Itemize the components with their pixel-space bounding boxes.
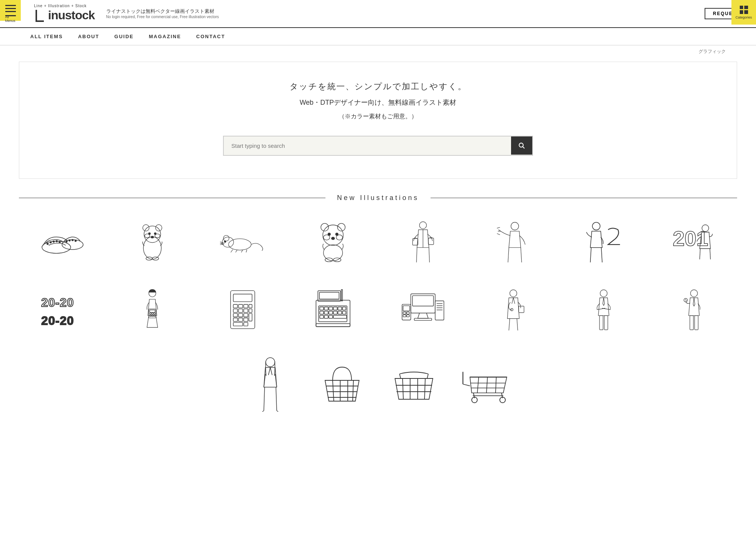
svg-rect-81 (244, 304, 248, 308)
svg-text:201: 201 (672, 226, 708, 250)
svg-line-56 (497, 227, 500, 228)
illustration-person-number2[interactable] (561, 213, 647, 270)
svg-rect-72 (152, 313, 153, 314)
illustration-person-pointing[interactable] (470, 213, 557, 270)
illustrations-row-2: 20-20 20-20 (0, 281, 756, 349)
svg-rect-91 (233, 318, 237, 321)
tagline-japanese: ライナストックは無料ベクター線画イラスト素材 (106, 8, 219, 15)
svg-rect-85 (244, 309, 248, 312)
svg-rect-118 (411, 294, 435, 313)
svg-point-15 (143, 237, 161, 259)
svg-point-46 (336, 235, 342, 240)
svg-line-168 (486, 377, 488, 393)
svg-text:20-20: 20-20 (41, 314, 74, 327)
search-icon (518, 142, 525, 149)
svg-rect-80 (239, 304, 243, 308)
svg-point-23 (155, 234, 160, 237)
svg-rect-145 (694, 315, 698, 330)
illustration-2020-text[interactable]: 20-20 20-20 (19, 281, 105, 338)
nav-guide[interactable]: GUIDE (115, 28, 134, 45)
search-input[interactable] (224, 136, 511, 155)
logo-l-icon (34, 8, 46, 23)
svg-rect-106 (320, 311, 324, 314)
svg-point-8 (56, 240, 57, 242)
hero-title-1: タッチを統一、シンプルで加工しやすく。 (27, 81, 729, 92)
svg-rect-87 (233, 313, 237, 317)
illustration-hamster-standing[interactable] (109, 213, 196, 270)
svg-rect-90 (249, 313, 252, 321)
illustration-sandals[interactable] (19, 213, 105, 270)
svg-line-151 (333, 380, 334, 401)
svg-line-167 (477, 377, 479, 393)
svg-rect-126 (407, 315, 409, 317)
svg-rect-88 (239, 313, 243, 317)
illustration-cash-register[interactable] (290, 281, 376, 338)
svg-rect-101 (324, 307, 328, 310)
svg-point-26 (228, 239, 251, 250)
svg-rect-122 (403, 306, 410, 311)
svg-line-32 (235, 250, 237, 252)
illustrations-row-3 (0, 349, 756, 442)
tagline-english: No login required, Free for commercial u… (106, 15, 219, 19)
illustration-businessman-watch[interactable] (651, 281, 737, 338)
svg-line-149 (262, 411, 264, 412)
svg-rect-134 (519, 306, 524, 312)
svg-point-6 (50, 242, 51, 243)
svg-rect-0 (36, 10, 37, 22)
svg-rect-93 (244, 318, 248, 321)
svg-rect-96 (316, 300, 350, 327)
svg-point-14 (75, 240, 76, 242)
illustration-woman-shopping[interactable] (380, 213, 466, 270)
nav-all-items[interactable]: ALL ITEMS (30, 28, 63, 45)
svg-rect-89 (244, 313, 248, 317)
svg-rect-95 (244, 322, 248, 326)
svg-point-16 (144, 226, 161, 242)
illustration-shopping-basket-handle[interactable] (314, 349, 370, 419)
hamburger-menu-button[interactable]: All Menus (0, 0, 21, 21)
illustration-hamster-front[interactable] (290, 213, 376, 270)
svg-line-60 (590, 247, 591, 262)
header: All Menus Line + Illustration + Stock in… (0, 0, 756, 28)
categories-button[interactable]: Categories (731, 0, 756, 25)
illustration-woman-calculator[interactable] (109, 281, 196, 338)
svg-rect-139 (604, 315, 607, 330)
section-line-right (431, 198, 737, 198)
illustration-calculator-large[interactable] (200, 281, 286, 338)
search-bar (223, 136, 533, 156)
svg-rect-116 (316, 324, 350, 327)
illustration-shopping-basket-wire[interactable] (386, 349, 442, 419)
svg-rect-94 (233, 322, 243, 326)
svg-rect-107 (324, 311, 328, 314)
svg-rect-117 (341, 290, 342, 301)
illustration-shopping-cart[interactable] (457, 349, 514, 419)
hero-title-3: （※カラー素材もご用意。） (27, 113, 729, 121)
search-button[interactable] (511, 136, 532, 155)
illustration-woman-phone-2025[interactable]: 201 (651, 213, 737, 270)
svg-rect-73 (154, 313, 155, 314)
svg-rect-103 (333, 307, 337, 310)
svg-rect-52 (429, 238, 434, 244)
illustration-doctor-man[interactable] (470, 281, 557, 338)
svg-rect-98 (319, 292, 339, 299)
illustration-pos-terminal[interactable] (380, 281, 466, 338)
svg-line-161 (424, 378, 425, 399)
svg-line-143 (686, 300, 686, 301)
svg-point-49 (420, 222, 427, 229)
illustration-rat-walking[interactable] (200, 213, 286, 270)
svg-rect-71 (150, 313, 151, 314)
svg-line-58 (497, 234, 500, 235)
svg-point-40 (321, 223, 328, 231)
svg-line-169 (496, 377, 496, 393)
logo-main-text: inustock (48, 8, 95, 22)
nav-about[interactable]: ABOUT (78, 28, 99, 45)
nav-magazine[interactable]: MAGAZINE (149, 28, 181, 45)
illustration-woman-standing[interactable] (242, 349, 299, 419)
svg-point-5 (47, 243, 48, 245)
svg-rect-112 (320, 315, 324, 318)
nav-contact[interactable]: CONTACT (196, 28, 225, 45)
svg-rect-70 (150, 310, 155, 312)
svg-line-61 (601, 247, 602, 262)
svg-rect-124 (407, 312, 409, 314)
svg-point-59 (592, 222, 600, 230)
illustration-businessman-arms[interactable] (561, 281, 647, 338)
